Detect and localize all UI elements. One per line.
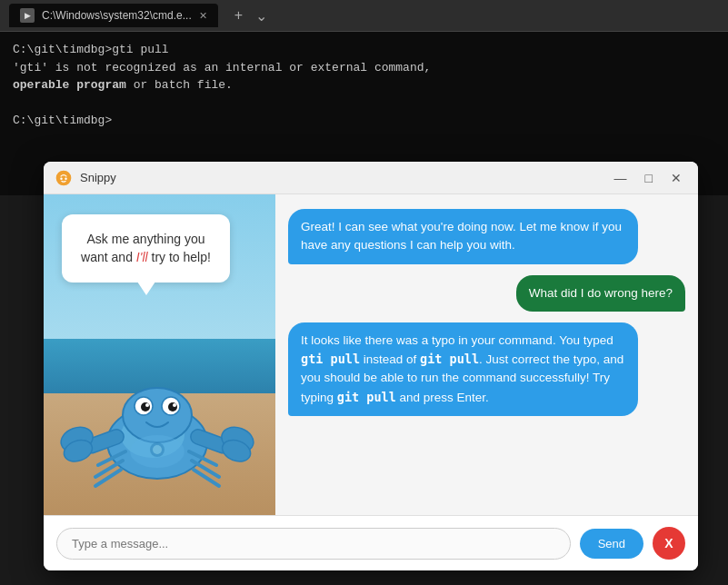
message-3-text: It looks like there was a typo in your c…: [301, 333, 623, 404]
snippy-title-label: Snippy: [80, 171, 609, 184]
message-2-text: What did I do wrong here?: [529, 286, 673, 300]
x-button[interactable]: X: [653, 527, 685, 560]
code-git-pull-2: git pull: [337, 390, 396, 404]
speech-text: Ask me anything you want and I'll try to…: [81, 232, 211, 264]
svg-line-20: [95, 470, 121, 486]
crab-svg-icon: [57, 324, 257, 506]
terminal-tab-close[interactable]: ✕: [199, 10, 207, 22]
svg-point-11: [173, 403, 176, 407]
snippy-logo-icon: [55, 169, 73, 187]
snippy-win-controls: — □ ✕: [609, 169, 687, 187]
crab-illustration: [57, 324, 257, 506]
svg-point-8: [141, 402, 150, 411]
terminal-line-2: 'gti' is not recognized as an internal o…: [13, 59, 715, 77]
terminal-tab[interactable]: ▶ C:\Windows\system32\cmd.e... ✕: [9, 4, 218, 27]
terminal-line-4: [13, 94, 715, 113]
minimize-button[interactable]: —: [609, 169, 633, 187]
svg-point-10: [145, 403, 149, 407]
snippy-titlebar: Snippy — □ ✕: [44, 162, 698, 194]
code-gti-pull: gti pull: [301, 352, 360, 366]
new-tab-button[interactable]: +: [231, 7, 246, 24]
message-3: It looks like there was a typo in your c…: [288, 322, 638, 416]
speech-italic: I'll: [136, 250, 148, 264]
svg-point-5: [123, 388, 192, 442]
message-1: Great! I can see what you're doing now. …: [288, 209, 638, 264]
keyword-internal: internal: [225, 61, 282, 74]
svg-point-9: [168, 402, 177, 411]
keyword-command: command,: [374, 61, 431, 74]
snippy-window: Snippy — □ ✕ Ask me anything you want an…: [44, 162, 698, 570]
send-button[interactable]: Send: [580, 529, 643, 559]
terminal-line-1: C:\git\timdbg>gti pull: [13, 41, 715, 59]
svg-point-2: [65, 177, 67, 180]
terminal-tab-label: C:\Windows\system32\cmd.e...: [42, 9, 192, 22]
maximize-button[interactable]: □: [640, 169, 658, 187]
chat-body: Ask me anything you want and I'll try to…: [44, 194, 698, 515]
left-panel: Ask me anything you want and I'll try to…: [44, 194, 275, 515]
svg-point-0: [56, 170, 72, 185]
chat-input-bar: Send X: [44, 515, 698, 570]
terminal-icon: ▶: [20, 8, 35, 23]
svg-line-23: [194, 470, 219, 486]
svg-point-1: [60, 177, 63, 180]
message-1-text: Great! I can see what you're doing now. …: [301, 220, 622, 252]
close-button[interactable]: ✕: [665, 169, 687, 187]
terminal-line-5: C:\git\timdbg>: [13, 112, 715, 130]
message-2: What did I do wrong here?: [516, 275, 685, 312]
svg-point-26: [153, 445, 162, 454]
terminal-titlebar: ▶ C:\Windows\system32\cmd.e... ✕ + ⌄: [0, 0, 728, 32]
code-git-pull-1: git pull: [420, 352, 479, 366]
terminal-line-3: operable program or batch file.: [13, 76, 715, 94]
speech-bubble: Ask me anything you want and I'll try to…: [62, 214, 230, 283]
message-input[interactable]: [56, 528, 571, 560]
chat-messages[interactable]: Great! I can see what you're doing now. …: [275, 194, 698, 515]
terminal-controls: + ⌄: [231, 7, 271, 25]
tab-dropdown-button[interactable]: ⌄: [252, 7, 271, 25]
